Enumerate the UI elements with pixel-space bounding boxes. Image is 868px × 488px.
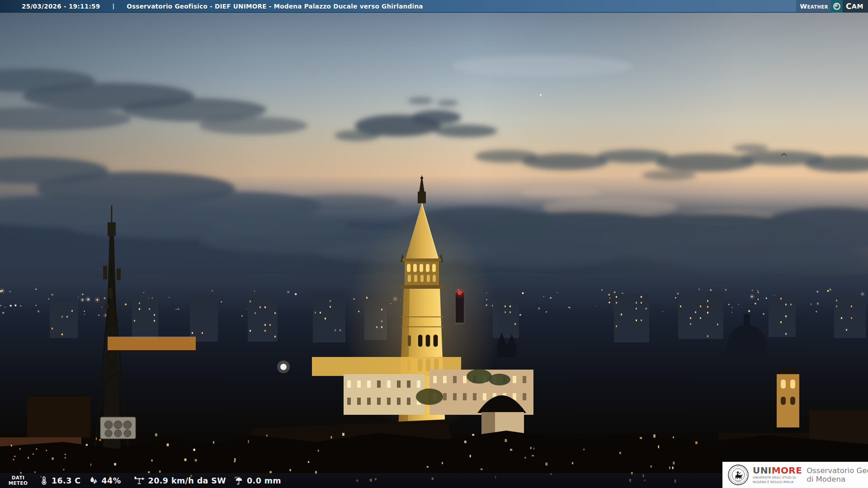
university-name-line1: UNIVERSITÀ DEGLI STUDI DI (753, 476, 802, 479)
lit-bell-tower (775, 367, 801, 427)
weather-cam-logo[interactable]: WEATHER CAM (796, 0, 868, 13)
dati-meteo-label: DATI METEO (7, 475, 29, 486)
red-beacon-light (456, 289, 464, 323)
timestamp: 25/03/2026 - 19:11:59 (22, 3, 100, 10)
rain-metric: 0.0 mm (234, 476, 281, 485)
unimore-wordmark: UNIMORE UNIVERSITÀ DEGLI STUDI DI MODENA… (753, 466, 802, 484)
camera-title: Osservatorio Geofisico - DIEF UNIMORE - … (127, 3, 796, 10)
header-bar: 25/03/2026 - 19:11:59 | Osservatorio Geo… (0, 0, 868, 13)
thermometer-icon (40, 476, 48, 485)
wind-vane-icon (133, 476, 145, 485)
observatory-name: Osservatorio Geofisico di Modena (807, 466, 868, 484)
unimore-credit[interactable]: UNIVERSITAS STUDIORUM MUTINENSIS ET REGI… (722, 462, 868, 488)
humidity-metric: 44% (89, 476, 121, 485)
wind-value: 20.9 km/h da SW (148, 476, 226, 485)
temperature-value: 16.3 C (52, 476, 81, 485)
webcam-photo (0, 13, 868, 488)
wind-metric: 20.9 km/h da SW (133, 476, 226, 485)
camera-lens-icon (831, 0, 843, 13)
unimore-seal-icon: UNIVERSITAS STUDIORUM MUTINENSIS ET REGI… (728, 465, 749, 485)
temperature-metric: 16.3 C (40, 476, 81, 485)
humidity-droplets-icon (89, 476, 99, 485)
weather-cam-logo-weather: WEATHER (800, 3, 828, 10)
rooftop-unit (100, 417, 136, 439)
rain-value: 0.0 mm (247, 476, 281, 485)
university-name-line2: MODENA E REGGIO EMILIA (753, 480, 802, 484)
separator: | (112, 3, 114, 9)
umbrella-rain-icon (234, 476, 244, 485)
webcam-viewer: 25/03/2026 - 19:11:59 | Osservatorio Geo… (0, 0, 868, 488)
svg-text:1175: 1175 (736, 481, 740, 483)
star (540, 94, 542, 96)
humidity-value: 44% (102, 476, 121, 485)
weather-cam-logo-cam: CAM (843, 0, 868, 13)
